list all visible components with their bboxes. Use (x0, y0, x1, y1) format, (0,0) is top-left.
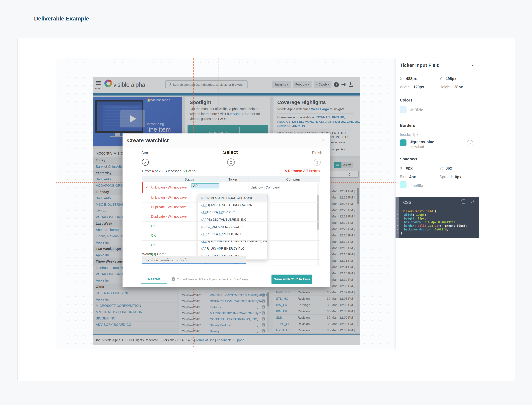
inspector-title: Ticker Input Field (400, 63, 440, 68)
shadow-y-value: 0px (446, 166, 452, 170)
x-icon: × (285, 169, 287, 173)
blur-label: Blur: (400, 175, 408, 179)
colors-heading: Colors (400, 98, 413, 102)
table-row: Duplicate - Will not save (142, 202, 320, 212)
css-code-line: background-color: #e0f2fd; (401, 228, 448, 231)
css-code-line: border: solid 1px var(--greeny-blue); (401, 224, 467, 228)
close-icon[interactable]: × (322, 137, 325, 143)
width-value: 120px (413, 85, 424, 89)
table-row-error: × Unknown - Will not save Unknown Compan… (142, 182, 320, 193)
info-icon: i (171, 277, 175, 281)
error-bar (142, 182, 143, 193)
css-panel: CSS .Ticker-Input-Field { width: 120px; … (395, 197, 479, 238)
step-select-circle[interactable]: 2 (227, 158, 235, 166)
col-ticker: Ticker (228, 177, 237, 181)
save-ok-tickers-button[interactable]: Save with 'OK' tickers (271, 275, 312, 284)
table-row: Unknown - Will not save (142, 193, 320, 203)
shadow-x-value: 0px (406, 166, 413, 170)
step-finish-label: Finish (312, 151, 322, 155)
shadow-color-hex: #bef9fa (410, 183, 423, 188)
ticker-input-field[interactable] (191, 183, 219, 188)
step-start-label: Start (141, 151, 150, 155)
shadow-x-label: X: (400, 166, 403, 170)
status-text: Duplicate - Will not save (151, 215, 187, 218)
status-text: OK (151, 253, 156, 256)
x-icon: × (146, 185, 148, 189)
status-text: Duplicate - Will not save (151, 205, 187, 209)
x-label: X: (400, 77, 403, 81)
step-finish-circle[interactable]: 3 (314, 159, 321, 166)
border-position: Inside, 1px (400, 132, 418, 137)
css-code-line: width: 120px; (401, 213, 426, 216)
step-start-circle[interactable]: ✓ (142, 159, 149, 166)
close-icon[interactable]: × (471, 63, 474, 68)
modal-title: Create Watchlist (127, 137, 169, 144)
spread-label: Spread: (439, 175, 453, 179)
table-row: Duplicate - Will not save (142, 212, 320, 222)
table-row: OK (142, 240, 320, 250)
border-color-swatch[interactable] (400, 139, 407, 146)
css-code-line: .Ticker-Input-Field { (401, 209, 436, 213)
page: Deliverable Example MENU visible alpha I… (0, 0, 532, 405)
step-select-label: Select (223, 149, 238, 155)
borders-heading: Borders (400, 123, 415, 128)
page-title: Deliverable Example (34, 15, 89, 22)
border-color-name: #greeny-blue (410, 140, 434, 144)
create-watchlist-modal: Create Watchlist × Start Select Finish ✓… (123, 134, 330, 287)
fill-color-hex: #e0f2fd (410, 108, 423, 112)
remove-all-errors-button[interactable]: × Remove All Errors (285, 169, 320, 173)
col-company: Company (286, 177, 301, 181)
company-text: Unknown Company (251, 186, 280, 189)
table-header: Status Ticker Company (142, 176, 320, 182)
css-code: .Ticker-Input-Field { width: 120px; heig… (395, 197, 479, 238)
shadow-y-label: Y: (439, 166, 443, 170)
warning-text: You will lose all tickers if you go back… (177, 277, 248, 281)
table-row: OK (142, 231, 320, 241)
shadows-heading: Shadows (400, 157, 417, 162)
modal-titlebar: Create Watchlist × (123, 134, 330, 148)
table-row: OK (142, 222, 320, 231)
height-label: Height: (439, 85, 452, 89)
status-text: OK (151, 234, 156, 237)
status-text: Unknown - Will not save (151, 196, 187, 200)
css-code-line: } (401, 231, 402, 235)
y-value: 496px (446, 77, 456, 81)
col-status: Status (184, 177, 194, 181)
status-text: OK (151, 224, 156, 228)
css-code-line: height: 28px; (401, 217, 426, 220)
restart-button[interactable]: Restart (141, 275, 167, 284)
width-label: Width: (400, 85, 411, 89)
status-text: OK (151, 243, 156, 247)
error-summary: Error: 4 of 25, Successed: 21 of 25 (142, 169, 196, 173)
arrow-right-icon[interactable]: → (467, 140, 473, 146)
spread-value: 0px (455, 175, 461, 179)
x-value: 488px (406, 77, 417, 81)
y-label: Y: (439, 77, 443, 81)
shadow-color-swatch[interactable] (400, 181, 407, 188)
table-row: OK (142, 250, 320, 260)
fill-color-swatch[interactable] (400, 106, 407, 113)
status-text: Unknown - Will not save (151, 186, 187, 189)
css-code-line: box-shadow: 0 0 4px 0 #bef9fa; (401, 221, 455, 224)
blur-value: 4px (409, 175, 416, 179)
height-value: 28px (454, 85, 463, 89)
border-color-hex: #36abad (410, 145, 424, 149)
